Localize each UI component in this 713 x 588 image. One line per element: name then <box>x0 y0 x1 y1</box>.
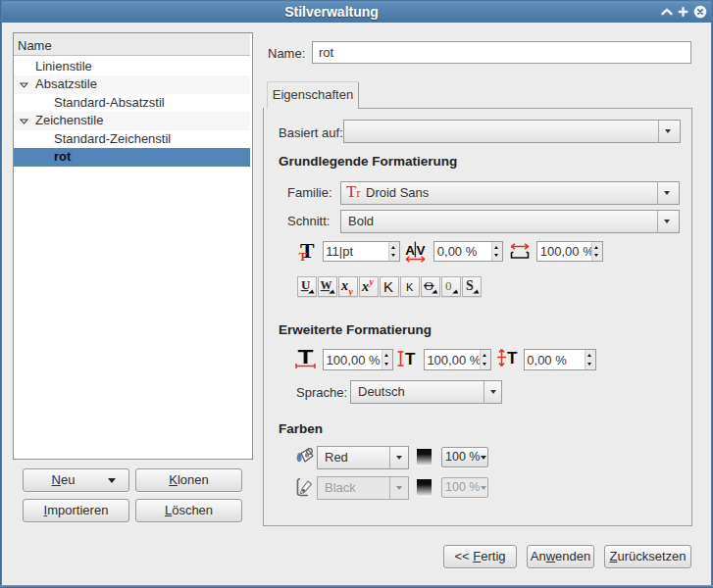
svg-text:V: V <box>417 243 426 258</box>
svg-text:U: U <box>301 277 311 292</box>
svg-text:K: K <box>383 278 393 295</box>
svg-text:S: S <box>466 278 474 293</box>
svg-text:0: 0 <box>445 278 452 293</box>
svg-text:T: T <box>299 250 308 262</box>
svg-text:x: x <box>361 279 369 294</box>
svg-text:x: x <box>340 278 348 293</box>
svg-text:y: y <box>368 277 374 287</box>
svg-text:T: T <box>507 349 518 368</box>
svg-text:y: y <box>347 286 353 296</box>
svg-text:A: A <box>405 243 415 258</box>
svg-text:K: K <box>406 281 414 293</box>
svg-text:W: W <box>320 278 331 292</box>
svg-text:T: T <box>298 349 314 368</box>
svg-text:T: T <box>405 350 416 368</box>
